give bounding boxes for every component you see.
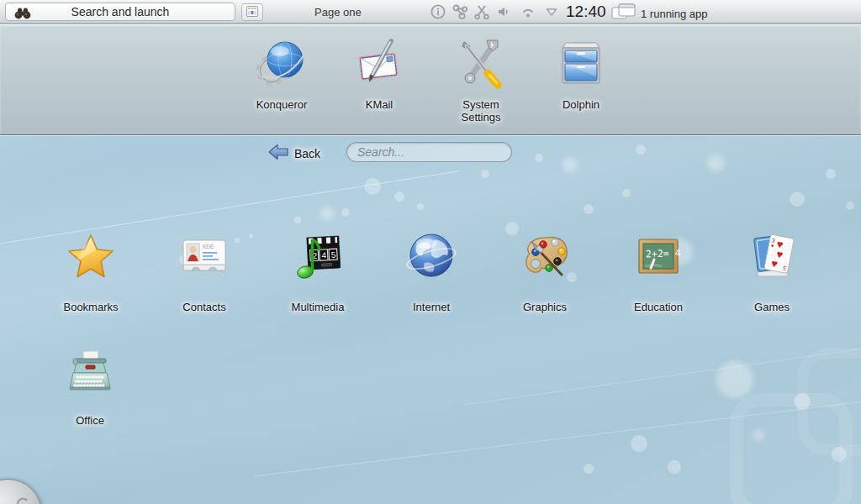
category-label: Education — [634, 301, 683, 313]
dolphin-icon — [554, 36, 608, 93]
system-settings-icon — [454, 36, 508, 93]
volume-icon[interactable] — [493, 2, 515, 22]
category-label: Games — [754, 301, 790, 313]
cashew-swirl-icon — [14, 495, 29, 504]
category-label: Graphics — [523, 301, 567, 313]
favorite-konqueror[interactable]: Konqueror — [235, 36, 328, 111]
search-input[interactable] — [347, 143, 511, 161]
category-label: Contacts — [182, 301, 225, 313]
office-typewriter-icon — [63, 343, 117, 400]
bubble — [636, 144, 646, 155]
contacts-card-icon: KDE — [177, 229, 231, 286]
binoculars-icon — [14, 7, 31, 22]
bubble — [394, 192, 404, 202]
kmail-icon — [352, 36, 406, 93]
network-signal-icon[interactable] — [515, 2, 541, 22]
internet-globe-icon — [404, 229, 458, 286]
klipper-scissors-icon[interactable] — [471, 2, 493, 22]
bubble — [584, 464, 594, 474]
category-office[interactable]: Office — [40, 343, 140, 427]
expand-tray-chevron-icon[interactable] — [541, 2, 562, 22]
education-chalkboard-icon: 2+2= 4 — [631, 229, 685, 286]
bookmarks-star-icon — [64, 229, 118, 286]
back-button[interactable]: Back — [267, 143, 320, 165]
category-label: Office — [76, 414, 104, 427]
panel-window-icon — [246, 5, 258, 20]
favorites-strip: Konqueror KMail — [0, 24, 861, 134]
category-bookmarks[interactable]: Bookmarks — [40, 229, 141, 313]
back-label: Back — [294, 148, 320, 160]
wallpaper-rounded-square — [730, 393, 853, 504]
bubble — [790, 192, 805, 207]
bubble — [707, 155, 724, 171]
bubble — [417, 203, 424, 210]
svg-text:2+2= 4: 2+2= 4 — [646, 247, 681, 260]
bubble — [364, 178, 381, 195]
favorite-label: Dolphin — [563, 98, 600, 111]
graphics-palette-icon — [518, 229, 572, 286]
category-contacts[interactable]: KDE Contacts — [154, 229, 255, 313]
bubble — [341, 208, 350, 217]
search-and-launch-label: Search and launch — [71, 5, 170, 18]
digital-clock[interactable]: 12:40 — [566, 3, 606, 21]
bubble — [563, 157, 578, 172]
category-education[interactable]: 2+2= 4 Education — [608, 229, 709, 313]
tab-page-one[interactable]: Page one — [314, 6, 362, 18]
bubble — [716, 361, 753, 398]
search-and-launch-button[interactable]: Search and launch — [5, 3, 235, 21]
category-multimedia[interactable]: 2 4 5 Multimedia — [267, 229, 368, 313]
category-graphics[interactable]: Graphics — [494, 229, 595, 313]
category-games[interactable]: 3 ♥ ♥ ♥ ♥ 3 Games — [721, 229, 822, 313]
bubble — [294, 217, 301, 223]
svg-text:KDE: KDE — [203, 244, 214, 249]
wallpaper-streak — [0, 176, 861, 504]
favorite-label: Konqueror — [256, 98, 308, 111]
category-label: Internet — [413, 301, 450, 313]
search-field — [346, 142, 512, 162]
bubble — [584, 204, 594, 214]
category-label: Multimedia — [292, 301, 345, 313]
panel-settings-button[interactable] — [241, 3, 263, 21]
favorite-dolphin[interactable]: Dolphin — [535, 36, 627, 111]
bubble — [753, 429, 764, 441]
svg-text:5: 5 — [331, 250, 337, 260]
favorite-label: KMail — [366, 98, 394, 111]
top-panel: Search and launch Page one — [0, 0, 861, 24]
konqueror-icon — [255, 36, 309, 93]
category-label: Bookmarks — [63, 301, 118, 313]
bubble — [631, 435, 647, 452]
bubble — [481, 170, 489, 178]
system-tray — [427, 2, 562, 22]
bubble — [668, 460, 681, 474]
device-notifier-icon[interactable] — [449, 2, 471, 22]
back-arrow-icon — [267, 143, 289, 165]
category-internet[interactable]: Internet — [381, 229, 482, 313]
bubble — [622, 189, 631, 197]
bubble — [846, 202, 854, 210]
info-icon[interactable] — [427, 2, 449, 22]
svg-text:4: 4 — [321, 250, 327, 260]
bubble — [832, 447, 847, 462]
bubble — [794, 393, 811, 410]
favorite-system-settings[interactable]: System Settings — [435, 36, 527, 123]
favorite-label: System Settings — [451, 98, 511, 123]
wallpaper-hairline — [464, 344, 861, 405]
wallpaper-rounded-square — [797, 348, 861, 455]
games-cards-icon: 3 ♥ ♥ ♥ ♥ 3 — [745, 229, 799, 286]
bubble — [320, 207, 334, 220]
running-apps-label: 1 running app — [641, 8, 708, 20]
bubble — [826, 169, 836, 179]
windows-icon — [611, 3, 637, 24]
running-apps-indicator[interactable]: 1 running app — [611, 3, 708, 24]
bubble — [535, 154, 543, 162]
favorite-kmail[interactable]: KMail — [333, 36, 425, 111]
wallpaper-hairline — [255, 398, 861, 477]
multimedia-clapperboard-icon: 2 4 5 — [291, 229, 345, 286]
